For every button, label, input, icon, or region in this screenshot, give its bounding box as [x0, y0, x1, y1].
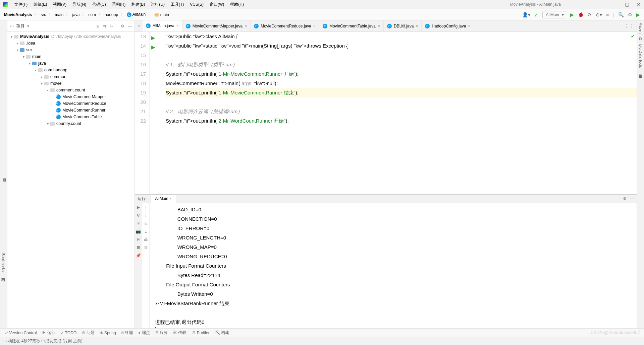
run-icon[interactable]: ▶ [570, 12, 574, 17]
bottom-tool-问题[interactable]: ⊘ 问题 [82, 330, 94, 336]
right-stripe[interactable]: Maven D Big Data Tools 数据库 m [637, 20, 644, 328]
expand-icon[interactable]: ⇉ [103, 24, 106, 28]
editor-tab[interactable]: CMovieCommentReduce.java× [251, 20, 319, 31]
status-text: 构建在 4秒27毫秒 中成功完成 (片刻 之前) [8, 338, 82, 344]
tree-item[interactable]: CMovieCommentRunner [7, 107, 135, 114]
profile-icon[interactable]: ⊙▾ [596, 12, 602, 17]
up-icon[interactable]: ↑ [145, 205, 147, 210]
run-tool-window: 运行: AllMain × ⚙— ▶ ⚲ ■ 📷 ⎘ ⊞ 📌 ↑ ↓ ⇆ [135, 194, 637, 328]
project-icon: ▭ [10, 24, 14, 28]
tree-item[interactable]: CMovieCommentMapper [7, 93, 135, 100]
editor-tabs: ×CAllMain.java×CMovieCommentMapper.java×… [135, 20, 637, 32]
gear-icon[interactable]: ⚙ [121, 24, 124, 28]
tabs-more-icon[interactable]: ⋮ [629, 24, 633, 28]
scroll-icon[interactable]: ⤓ [144, 229, 148, 234]
wrap-icon[interactable]: ⇆ [144, 221, 148, 226]
pin-icon[interactable]: 📌 [136, 253, 141, 258]
tree-root[interactable]: ▾MovieAnalysisD:\rtsy\bysj\7738-code\Mov… [7, 33, 135, 40]
bottom-tool-Spring[interactable]: ❀ Spring [100, 331, 116, 335]
bottom-tool-Version Control[interactable]: ⎇ Version Control [3, 331, 37, 335]
execute-icon[interactable]: ▶ [636, 12, 640, 17]
editor-tab[interactable]: CDBUtil.java× [384, 20, 422, 31]
tree-item[interactable]: ▾comment.count [7, 87, 135, 93]
menu-item[interactable]: 视图(V) [50, 2, 69, 7]
layout-icon[interactable]: ⊞ [137, 245, 140, 250]
menu-item[interactable]: 窗口(W) [207, 2, 227, 7]
left-stripe-bottom[interactable]: Bookmarks 结构 [1, 253, 6, 275]
bottom-tool-端点[interactable]: ● 端点 [138, 330, 150, 336]
trash-icon[interactable]: 🗑 [144, 245, 148, 250]
tree-item[interactable]: ▾main [7, 53, 135, 60]
maximize-icon[interactable]: ▢ [625, 2, 629, 7]
bottom-tool-构建[interactable]: 🔨 构建 [215, 330, 229, 336]
editor-tab[interactable]: CMovieCommentTable.java× [319, 20, 384, 31]
tabs-dropdown-icon[interactable]: ⋮ [624, 24, 628, 28]
menu-item[interactable]: 代码(C) [89, 2, 109, 7]
down-icon[interactable]: ↓ [145, 213, 147, 218]
app-logo [3, 2, 8, 7]
inspection-icon[interactable]: ✔ [631, 34, 635, 39]
bottom-tool-TODO[interactable]: ✓ TODO [61, 331, 77, 335]
hide-icon[interactable]: — [128, 24, 132, 28]
settings-icon[interactable]: ⚙ [628, 12, 632, 17]
project-tree[interactable]: ▾MovieAnalysisD:\rtsy\bysj\7738-code\Mov… [7, 32, 135, 328]
menu-item[interactable]: 重构(R) [109, 2, 129, 7]
gear-icon[interactable]: ⚙ [623, 196, 627, 201]
menu-item[interactable]: 工具(T) [168, 2, 187, 7]
tree-item[interactable]: ▾com.hadoop [7, 67, 135, 73]
debug-icon[interactable]: 🐞 [578, 12, 584, 17]
tree-item[interactable]: ▸.idea [7, 40, 135, 47]
tree-item[interactable]: ▾java [7, 60, 135, 67]
bottom-tool-运行[interactable]: ▶ 运行 [42, 330, 55, 336]
bottom-tool-终端[interactable]: ⎚ 终端 [121, 330, 133, 336]
bottom-tool-服务[interactable]: ⊞ 服务 [155, 330, 168, 336]
editor-tab[interactable]: CMovieCommentMapper.java× [182, 20, 251, 31]
line-numbers: 13141516171819202122 [135, 32, 150, 194]
bottom-tool-Profiler[interactable]: ⏱ Profiler [192, 331, 209, 335]
menu-item[interactable]: 运行(U) [148, 2, 168, 7]
exit-icon[interactable]: ⎘ [137, 237, 140, 242]
menu-item[interactable]: 导航(N) [69, 2, 89, 7]
stop-icon[interactable]: ■ [137, 221, 140, 226]
breadcrumb[interactable]: MovieAnalysis〉src〉main〉java〉com〉hadoop〉C… [4, 12, 169, 17]
collapse-icon[interactable]: ⇊ [110, 24, 113, 28]
user-icon[interactable]: 👤▾ [522, 12, 530, 17]
code-editor[interactable]: 13141516171819202122 ▶▶ "kw">public "kw"… [135, 32, 637, 194]
coverage-icon[interactable]: ⟳ [588, 12, 592, 17]
tree-item[interactable]: ▾movie [7, 80, 135, 87]
rerun-icon[interactable]: ▶ [137, 205, 140, 210]
hide-icon[interactable]: — [630, 196, 634, 201]
minimize-icon[interactable]: — [613, 2, 618, 7]
menu-bar: 文件(F)编辑(E)视图(V)导航(N)代码(C)重构(R)构建(B)运行(U)… [0, 0, 644, 9]
run-config-select[interactable]: AllMain [542, 11, 566, 18]
code-body[interactable]: "kw">public "kw">class AllMain { "kw">pu… [162, 32, 637, 194]
editor-tab[interactable]: CHadoopConfig.java× [422, 20, 474, 31]
menu-item[interactable]: VCS(S) [187, 2, 207, 7]
print-icon[interactable]: 🖶 [144, 237, 148, 242]
left-stripe[interactable]: 项目 [0, 20, 7, 328]
tree-item[interactable]: CMovieCommentReduce [7, 100, 135, 107]
close-tab-icon[interactable]: × [135, 24, 143, 28]
bottom-tool-依赖[interactable]: ⛓ 依赖 [173, 330, 186, 336]
tree-item[interactable]: ▾country.count [7, 120, 135, 127]
tree-item[interactable]: ▸common [7, 73, 135, 80]
menu-item[interactable]: 帮助(H) [227, 2, 247, 7]
gutter-run-icons[interactable]: ▶▶ [150, 32, 157, 194]
close-icon[interactable]: ✕ [637, 2, 641, 7]
tree-item[interactable]: CMovieCommentTable [7, 114, 135, 120]
console-output[interactable]: BAD_ID=0 CONNECTION=0 IO_ERROR=0 WRONG_L… [150, 203, 637, 336]
run-tab[interactable]: AllMain × [151, 195, 176, 203]
debug-attach-icon[interactable]: ⚲ [137, 213, 140, 218]
tree-item[interactable]: ▾src [7, 47, 135, 53]
menu-item[interactable]: 构建(B) [128, 2, 148, 7]
menu-item[interactable]: 编辑(E) [31, 2, 50, 7]
stop-icon[interactable]: ■ [606, 12, 609, 17]
editor-tab[interactable]: CAllMain.java× [143, 20, 182, 31]
project-header: 项目 [16, 23, 24, 29]
build-icon[interactable]: ↙ [534, 12, 538, 17]
locate-icon[interactable]: ⊕ [96, 24, 100, 28]
watermark: CSDN @Pseudo-love457 [590, 330, 640, 335]
camera-icon[interactable]: 📷 [136, 229, 141, 234]
menu-item[interactable]: 文件(F) [11, 2, 31, 7]
search-icon[interactable]: 🔍 [618, 12, 624, 17]
